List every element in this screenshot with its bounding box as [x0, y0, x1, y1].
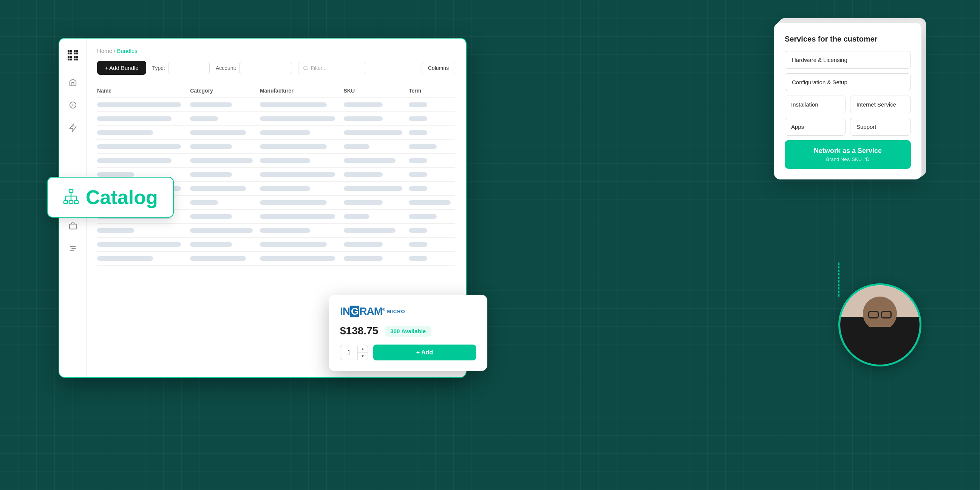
svg-point-23 [304, 66, 307, 69]
account-label: Account: [216, 65, 236, 71]
table-row[interactable] [97, 140, 455, 154]
service-highlight[interactable]: Network as a Service Brand New SKU #D [785, 140, 911, 169]
service-item-support[interactable]: Support [850, 118, 911, 136]
columns-button[interactable]: Columns [422, 62, 455, 74]
sidebar-item-settings[interactable] [67, 243, 79, 255]
ingram-actions: 1 ▲ ▼ + Add [340, 345, 476, 360]
qty-value: 1 [340, 345, 357, 360]
type-input[interactable] [168, 62, 210, 74]
svg-marker-11 [70, 124, 76, 131]
col-manufacturer: Manufacturer [260, 88, 344, 94]
type-label: Type: [152, 65, 165, 71]
service-item-internet[interactable]: Internet Service [850, 95, 911, 113]
svg-rect-18 [69, 224, 76, 229]
ingram-price-row: $138.75 300 Available [340, 325, 476, 337]
service-highlight-title: Network as a Service [792, 147, 903, 155]
table-row[interactable] [97, 238, 455, 251]
ingram-card: INGRAM® MICRO $138.75 300 Available 1 ▲ … [329, 295, 487, 371]
add-bundle-button[interactable]: + Add Bundle [97, 61, 146, 75]
toolbar: + Add Bundle Type: Account: Filter... Co… [97, 61, 455, 75]
add-button[interactable]: + Add [373, 345, 476, 360]
qty-arrows: ▲ ▼ [357, 346, 368, 360]
svg-rect-27 [69, 200, 73, 204]
table-row[interactable] [97, 112, 455, 126]
table-row[interactable] [97, 224, 455, 238]
service-item-installation[interactable]: Installation [785, 95, 845, 113]
quantity-input[interactable]: 1 ▲ ▼ [340, 345, 368, 360]
breadcrumb-home[interactable]: Home [97, 48, 112, 54]
avatar [838, 283, 921, 366]
app-logo[interactable] [65, 48, 81, 63]
table-row[interactable] [97, 154, 455, 168]
services-stack: Services for the customer Hardware & Lic… [774, 23, 921, 180]
service-row-1: Installation Internet Service [785, 95, 911, 113]
table-row[interactable] [97, 251, 455, 266]
sidebar-item-bolt[interactable] [67, 122, 79, 134]
sidebar-item-add[interactable] [67, 99, 79, 111]
catalog-icon [63, 189, 79, 206]
svg-line-24 [307, 69, 308, 70]
service-item-hardware[interactable]: Hardware & Licensing [785, 51, 911, 69]
search-box[interactable]: Filter... [298, 62, 366, 74]
catalog-label: Catalog [47, 177, 174, 218]
service-item-apps[interactable]: Apps [785, 118, 845, 136]
search-icon [303, 65, 308, 71]
ingram-logo: INGRAM® MICRO [340, 305, 476, 317]
service-row-2: Apps Support [785, 118, 911, 136]
filter-placeholder: Filter... [310, 65, 326, 71]
service-highlight-subtitle: Brand New SKU #D [792, 156, 903, 162]
col-term: Term [409, 88, 455, 94]
ingram-price: $138.75 [340, 325, 378, 337]
svg-rect-25 [69, 189, 73, 192]
ingram-logo-text: INGRAM® [340, 305, 385, 317]
breadcrumb: Home / Bundles [97, 48, 455, 54]
account-filter-group: Account: [216, 62, 292, 74]
svg-rect-26 [64, 200, 68, 204]
connector-line [838, 262, 840, 297]
table-row[interactable] [97, 126, 455, 140]
qty-down[interactable]: ▼ [358, 353, 368, 360]
services-title: Services for the customer [785, 35, 911, 43]
svg-rect-28 [75, 200, 78, 204]
services-card: Services for the customer Hardware & Lic… [774, 23, 921, 180]
sidebar-item-briefcase[interactable] [67, 220, 79, 232]
ingram-available: 300 Available [385, 326, 431, 337]
table-row[interactable] [97, 98, 455, 112]
col-category: Category [190, 88, 260, 94]
account-input[interactable] [239, 62, 292, 74]
sidebar-item-home[interactable] [67, 76, 79, 88]
table-header: Name Category Manufacturer SKU Term [97, 84, 455, 98]
qty-up[interactable]: ▲ [358, 346, 368, 353]
col-name: Name [97, 88, 190, 94]
service-item-config[interactable]: Configuration & Setup [785, 73, 911, 91]
breadcrumb-current: Bundles [117, 48, 137, 54]
type-filter-group: Type: [152, 62, 210, 74]
ingram-logo-micro: MICRO [387, 309, 405, 314]
catalog-label-text: Catalog [86, 186, 158, 208]
col-sku: SKU [344, 88, 409, 94]
